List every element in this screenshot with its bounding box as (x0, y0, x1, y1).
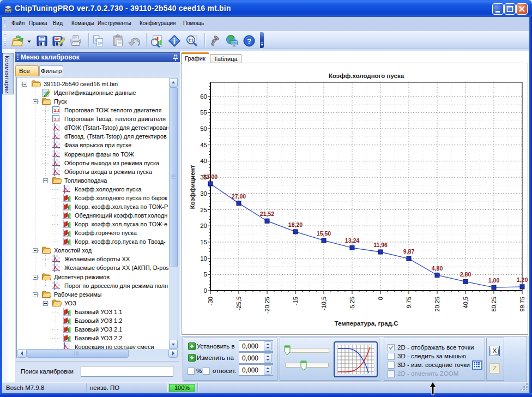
svg-text:15,50: 15,50 (317, 230, 331, 237)
svg-text:60: 60 (200, 93, 207, 100)
svg-text:-25,5: -25,5 (235, 297, 242, 310)
svg-text:18,20: 18,20 (288, 221, 303, 228)
svg-text:?: ? (247, 37, 251, 45)
svg-text:0: 0 (377, 297, 384, 300)
svg-text:Коэфф.холодного пуска: Коэфф.холодного пуска (329, 73, 404, 79)
svg-text:-10,5: -10,5 (321, 297, 327, 310)
svg-text:1:1: 1:1 (188, 38, 194, 42)
svg-text:1,00: 1,00 (488, 277, 500, 284)
svg-text:27,00: 27,00 (232, 193, 246, 200)
svg-text:4,80: 4,80 (432, 265, 443, 272)
svg-text:20: 20 (200, 222, 207, 229)
svg-text:-30: -30 (207, 297, 214, 305)
svg-text:11,96: 11,96 (373, 242, 388, 248)
svg-text:50: 50 (200, 125, 207, 132)
svg-text:40,5: 40,5 (462, 297, 469, 308)
svg-text:9,87: 9,87 (403, 248, 415, 255)
svg-text:80,25: 80,25 (491, 297, 497, 312)
svg-text:1.2: 1.2 (54, 108, 59, 113)
svg-text:99,75: 99,75 (519, 297, 525, 312)
svg-text:15: 15 (200, 239, 207, 245)
svg-text:Коэффициент: Коэффициент (189, 165, 196, 209)
svg-text:33,00: 33,00 (203, 173, 217, 180)
svg-text:13,24: 13,24 (345, 237, 359, 244)
svg-text:9,75: 9,75 (406, 297, 412, 308)
svg-text:Температура, град.С: Температура, град.С (335, 320, 398, 327)
svg-text:-15: -15 (292, 297, 299, 305)
svg-text:0: 0 (204, 287, 207, 294)
svg-text:-5,25: -5,25 (349, 297, 355, 310)
svg-text:21,52: 21,52 (260, 210, 274, 217)
svg-text:-20,25: -20,25 (264, 297, 270, 314)
svg-text:5: 5 (204, 271, 207, 278)
svg-text:30: 30 (200, 190, 207, 197)
svg-text:25: 25 (200, 207, 207, 213)
svg-text:10: 10 (200, 255, 207, 262)
svg-text:55: 55 (200, 109, 207, 116)
svg-text:20,25: 20,25 (434, 297, 440, 312)
svg-text:2,80: 2,80 (460, 271, 471, 278)
svg-text:1.2: 1.2 (54, 117, 59, 122)
svg-text:45: 45 (200, 142, 207, 148)
svg-text:1,20: 1,20 (517, 276, 528, 283)
svg-text:40: 40 (200, 158, 207, 164)
